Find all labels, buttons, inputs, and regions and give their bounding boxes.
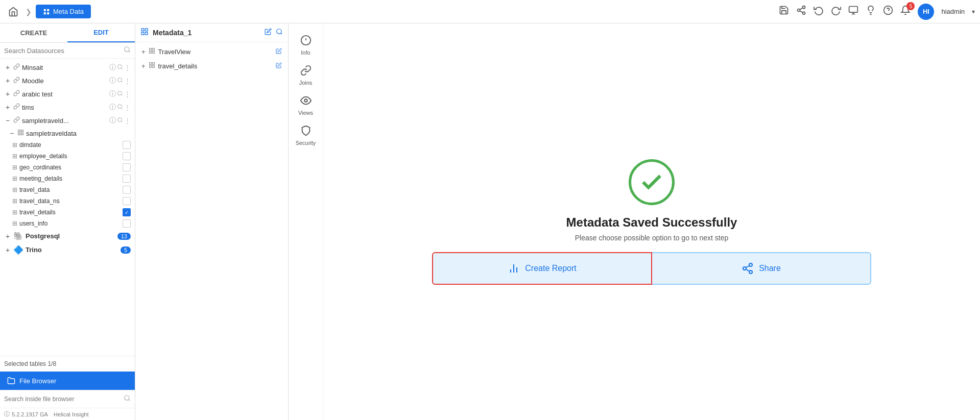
datasource-item-sampletraveldata[interactable]: − sampletraveldata xyxy=(0,127,135,139)
check-traveldatans[interactable] xyxy=(123,197,131,205)
helical-insight-text: Helical Insight xyxy=(54,411,88,417)
search-icon-arabictest[interactable] xyxy=(117,90,123,98)
child-travel-data[interactable]: ⊞ travel_data xyxy=(8,184,135,195)
more-icon-tims[interactable]: ⋮ xyxy=(124,104,131,111)
info-icon-moodle[interactable]: ⓘ xyxy=(109,76,116,85)
check-usersinfo[interactable] xyxy=(123,219,131,228)
user-dropdown-icon[interactable]: ▾ xyxy=(972,8,975,15)
more-icon-sampletraveld[interactable]: ⋮ xyxy=(124,117,131,125)
save-icon[interactable] xyxy=(779,5,789,18)
avatar[interactable]: HI xyxy=(918,4,934,20)
svg-line-27 xyxy=(121,121,122,122)
user-label[interactable]: hiadmin xyxy=(941,8,965,15)
child-employee-details[interactable]: ⊞ employee_details xyxy=(8,151,135,162)
more-icon-arabictest[interactable]: ⋮ xyxy=(124,90,131,98)
info-icon-sampletraveld[interactable]: ⓘ xyxy=(109,116,116,125)
child-dimdate[interactable]: ⊞ dimdate xyxy=(8,139,135,151)
search-icon-tims[interactable] xyxy=(117,104,123,111)
toggle-minsait[interactable]: + xyxy=(4,63,11,71)
check-traveldata[interactable] xyxy=(123,186,131,194)
name-traveldatans: travel_data_ns xyxy=(19,197,121,205)
edit-icon-metadata[interactable] xyxy=(265,28,272,37)
sidebar-item-info[interactable]: Info xyxy=(291,32,321,59)
success-subtitle: Please choose possible option to go to n… xyxy=(575,234,728,242)
metadata-button[interactable]: Meta Data xyxy=(36,5,91,18)
search-icon-minsait[interactable] xyxy=(117,64,123,71)
info-icon-minsait[interactable]: ⓘ xyxy=(109,63,116,72)
edit-tab[interactable]: EDIT xyxy=(67,23,135,42)
preview-icon[interactable] xyxy=(848,5,858,18)
datasource-item-moodle[interactable]: + Moodle ⓘ ⋮ xyxy=(0,74,135,87)
more-icon-minsait[interactable]: ⋮ xyxy=(124,64,131,71)
toggle-sampletraveldata[interactable]: − xyxy=(8,129,15,137)
datasource-item-arabictest[interactable]: + arabic test ⓘ ⋮ xyxy=(0,87,135,101)
datasource-item-minsait[interactable]: + Minsait ⓘ ⋮ xyxy=(0,61,135,74)
svg-point-51 xyxy=(304,99,307,102)
child-travel-data-ns[interactable]: ⊞ travel_data_ns xyxy=(8,195,135,207)
edit-travelview[interactable] xyxy=(276,48,282,56)
svg-line-33 xyxy=(129,400,130,401)
check-meeting[interactable] xyxy=(123,175,131,183)
search-icon-sampletraveld[interactable] xyxy=(117,117,123,125)
search-icon-moodle[interactable] xyxy=(117,77,123,85)
datasource-search-input[interactable] xyxy=(4,47,124,55)
toggle-trino[interactable]: + xyxy=(4,246,11,254)
help-icon[interactable] xyxy=(883,5,893,18)
svg-rect-47 xyxy=(152,66,154,68)
datasource-item-sampletraveld[interactable]: − sampletraveld... ⓘ ⋮ xyxy=(0,114,135,127)
datasource-item-trino[interactable]: + 🔷 Trino 5 xyxy=(0,243,135,257)
link-icon-sampletraveld xyxy=(13,116,20,125)
name-usersinfo: users_info xyxy=(19,220,121,227)
sidebar-item-views[interactable]: Views xyxy=(291,92,321,119)
svg-point-26 xyxy=(118,117,122,121)
share-button[interactable]: Share xyxy=(652,252,871,285)
create-report-button[interactable]: Create Report xyxy=(432,252,652,285)
child-meeting-details[interactable]: ⊞ meeting_details xyxy=(8,173,135,184)
redo-icon[interactable] xyxy=(831,5,841,18)
svg-line-19 xyxy=(121,68,122,69)
notification-icon[interactable]: 5 xyxy=(900,5,911,18)
more-icon-moodle[interactable]: ⋮ xyxy=(124,77,131,85)
ds-actions-minsait: ⓘ ⋮ xyxy=(109,63,131,72)
toggle-postgresql[interactable]: + xyxy=(4,232,11,240)
undo-icon[interactable] xyxy=(814,5,824,18)
check-geo[interactable] xyxy=(123,163,131,171)
create-tab[interactable]: CREATE xyxy=(0,23,67,42)
toggle-tims[interactable]: + xyxy=(4,103,11,111)
metadata-item-travelview[interactable]: + TravelView xyxy=(135,44,288,59)
datasource-search-icon[interactable] xyxy=(124,46,131,55)
ds-actions-tims: ⓘ ⋮ xyxy=(109,103,131,112)
sidebar-icons: Info Joins Views Security xyxy=(289,23,323,420)
info-icon-arabictest[interactable]: ⓘ xyxy=(109,89,116,98)
home-icon[interactable] xyxy=(5,4,21,20)
toggle-arabictest[interactable]: + xyxy=(4,90,11,98)
selected-tables-label: Selected tables 1/8 xyxy=(0,356,135,372)
ds-actions-moodle: ⓘ ⋮ xyxy=(109,76,131,85)
toggle-moodle[interactable]: + xyxy=(4,77,11,85)
edit-traveldetails[interactable] xyxy=(276,62,282,70)
metadata-item-traveldetails[interactable]: + travel_details xyxy=(135,59,288,73)
info-icon-tims[interactable]: ⓘ xyxy=(109,103,116,112)
check-employee[interactable] xyxy=(123,152,131,160)
child-travel-details[interactable]: ⊞ travel_details ✓ xyxy=(8,207,135,218)
svg-point-38 xyxy=(277,29,281,34)
datasource-item-tims[interactable]: + tims ⓘ ⋮ xyxy=(0,101,135,114)
toggle-travelview[interactable]: + xyxy=(141,48,146,56)
toggle-traveldetails[interactable]: + xyxy=(141,62,146,70)
child-users-info[interactable]: ⊞ users_info xyxy=(8,218,135,229)
file-search-input[interactable] xyxy=(4,396,124,403)
svg-rect-34 xyxy=(141,29,144,31)
sidebar-item-security[interactable]: Security xyxy=(291,122,321,149)
sidebar-item-joins[interactable]: Joins xyxy=(291,62,321,89)
datasource-item-postgresql[interactable]: + 🐘 Postgresql 13 xyxy=(0,229,135,243)
check-traveldetails[interactable]: ✓ xyxy=(123,208,131,216)
share-icon[interactable] xyxy=(796,5,806,18)
search-icon-metadata[interactable] xyxy=(276,28,283,37)
child-geo-cordinates[interactable]: ⊞ geo_cordinates xyxy=(8,162,135,173)
file-search-icon[interactable] xyxy=(124,394,131,404)
bulb-icon[interactable] xyxy=(866,5,876,18)
toggle-sampletraveld[interactable]: − xyxy=(4,116,11,125)
svg-point-24 xyxy=(118,104,122,108)
file-browser-button[interactable]: File Browser xyxy=(0,372,135,390)
check-dimdate[interactable] xyxy=(123,141,131,149)
